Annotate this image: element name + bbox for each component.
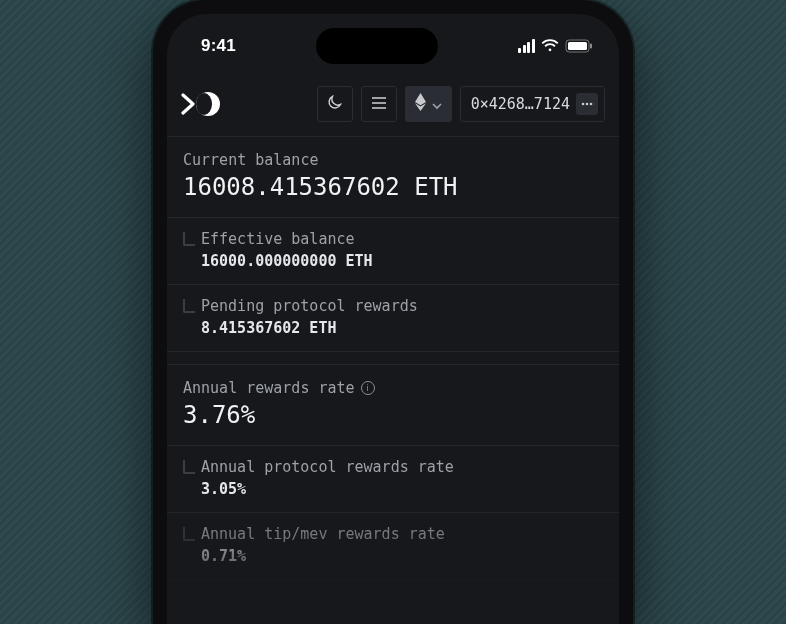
pending-rewards-value: 8.415367602 ETH bbox=[201, 319, 603, 337]
annual-rewards-label: Annual rewards rate i bbox=[183, 379, 603, 397]
theme-toggle-button[interactable] bbox=[317, 86, 353, 122]
more-icon bbox=[576, 93, 598, 115]
chevron-down-icon bbox=[432, 95, 442, 114]
current-balance-value: 16008.415367602 ETH bbox=[183, 173, 603, 201]
hamburger-icon bbox=[371, 95, 387, 114]
effective-balance-value: 16000.000000000 ETH bbox=[201, 252, 603, 270]
network-select[interactable] bbox=[405, 86, 452, 122]
status-icons bbox=[518, 39, 593, 53]
content: Current balance 16008.415367602 ETH Effe… bbox=[167, 136, 619, 580]
svg-point-10 bbox=[586, 103, 589, 106]
current-balance-section: Current balance 16008.415367602 ETH bbox=[167, 136, 619, 218]
svg-point-9 bbox=[582, 103, 585, 106]
phone-frame: 9:41 bbox=[153, 0, 633, 624]
pending-rewards-label: Pending protocol rewards bbox=[201, 297, 603, 315]
protocol-rewards-label: Annual protocol rewards rate bbox=[201, 458, 603, 476]
pending-rewards-row: Pending protocol rewards 8.415367602 ETH bbox=[167, 285, 619, 352]
tipmev-rewards-label: Annual tip/mev rewards rate bbox=[201, 525, 603, 543]
moon-icon bbox=[327, 94, 343, 114]
svg-point-5 bbox=[205, 101, 212, 108]
annual-rewards-value: 3.76% bbox=[183, 401, 603, 429]
svg-point-11 bbox=[590, 103, 593, 106]
svg-rect-2 bbox=[590, 44, 592, 49]
status-time: 9:41 bbox=[201, 36, 236, 56]
wifi-icon bbox=[541, 39, 559, 53]
app-header: 0×4268…7124 bbox=[167, 70, 619, 136]
effective-balance-row: Effective balance 16000.000000000 ETH bbox=[167, 218, 619, 285]
tipmev-rewards-value: 0.71% bbox=[201, 547, 603, 565]
protocol-rewards-row: Annual protocol rewards rate 3.05% bbox=[167, 446, 619, 513]
wallet-address-text: 0×4268…7124 bbox=[471, 95, 570, 113]
menu-button[interactable] bbox=[361, 86, 397, 122]
current-balance-label: Current balance bbox=[183, 151, 603, 169]
info-icon[interactable]: i bbox=[361, 381, 375, 395]
annual-rewards-section: Annual rewards rate i 3.76% bbox=[167, 364, 619, 446]
tipmev-rewards-row: Annual tip/mev rewards rate 0.71% bbox=[167, 513, 619, 580]
wallet-address-button[interactable]: 0×4268…7124 bbox=[460, 86, 605, 122]
cellular-signal-icon bbox=[518, 39, 535, 53]
app-logo[interactable] bbox=[181, 91, 229, 117]
battery-icon bbox=[565, 39, 593, 53]
dynamic-island bbox=[316, 28, 438, 64]
effective-balance-label: Effective balance bbox=[201, 230, 603, 248]
phone-screen: 9:41 bbox=[167, 14, 619, 624]
svg-rect-1 bbox=[568, 42, 587, 50]
status-bar: 9:41 bbox=[167, 14, 619, 70]
ethereum-icon bbox=[415, 93, 426, 115]
protocol-rewards-value: 3.05% bbox=[201, 480, 603, 498]
